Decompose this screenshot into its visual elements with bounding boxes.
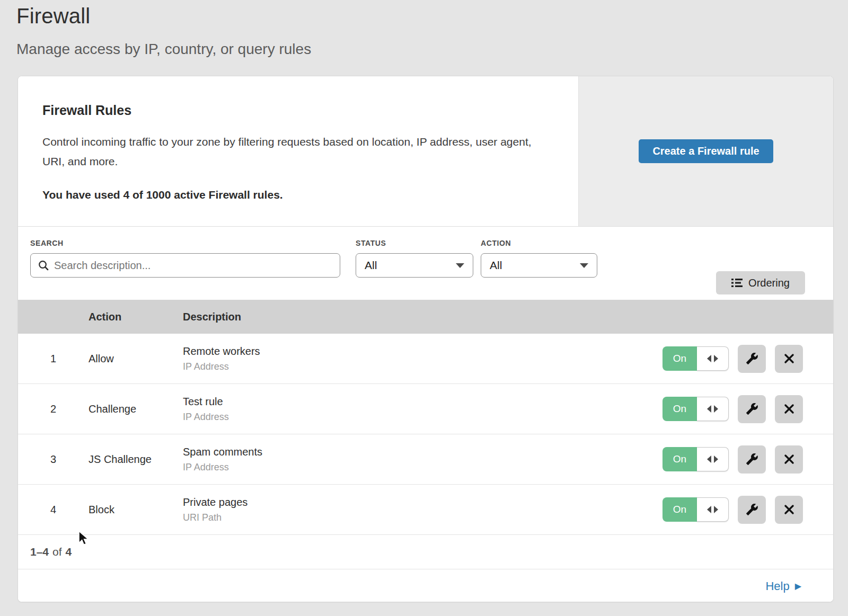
rule-description: Test rule [183,396,662,408]
action-filter-group: ACTION All [481,239,597,300]
overview-description: Control incoming traffic to your zone by… [42,132,543,171]
status-label: STATUS [356,239,473,247]
rule-match-type: IP Address [183,462,662,473]
drag-arrows-icon [714,355,718,362]
search-filter-group: SEARCH [30,239,340,300]
wrench-icon [746,453,758,466]
overview-title: Firewall Rules [42,103,546,118]
toggle-knob[interactable] [697,346,729,371]
rule-controls: On [662,445,833,474]
rule-description-cell: Spam comments IP Address [183,446,662,473]
chevron-down-icon [580,263,588,268]
overview-section: Firewall Rules Control incoming traffic … [18,76,833,227]
drag-arrows-icon [714,506,718,513]
search-input[interactable] [54,260,332,272]
drag-arrows-icon [714,456,718,463]
edit-rule-button[interactable] [738,395,766,423]
action-label: ACTION [481,239,597,247]
drag-arrows-icon [707,355,711,362]
delete-rule-button[interactable] [775,395,803,423]
status-selected-value: All [365,259,377,272]
toggle-on-label: On [662,346,697,371]
ordered-list-icon [731,278,743,288]
rule-match-type: IP Address [183,412,662,423]
close-icon [783,504,795,515]
rule-description: Remote workers [183,345,662,358]
rule-controls: On [662,345,833,373]
rule-match-type: IP Address [183,361,662,372]
rule-controls: On [662,496,833,524]
delete-rule-button[interactable] [775,445,803,474]
rule-action: Block [89,504,183,516]
edit-rule-button[interactable] [738,345,766,373]
search-label: SEARCH [30,239,340,247]
pagination-of: of [52,546,62,558]
description-column-header: Description [183,311,663,323]
firewall-rules-card: Firewall Rules Control incoming traffic … [17,76,834,602]
table-row: 4 Block Private pages URI Path On [18,485,833,535]
toggle-knob[interactable] [697,497,729,522]
rule-description: Spam comments [183,446,662,458]
delete-rule-button[interactable] [775,345,803,373]
rule-priority: 2 [18,403,89,415]
rule-match-type: URI Path [183,512,662,523]
rule-description-cell: Test rule IP Address [183,396,662,423]
rule-toggle[interactable]: On [662,447,729,471]
create-rule-panel: Create a Firewall rule [578,76,833,226]
table-row: 3 JS Challenge Spam comments IP Address … [18,434,833,485]
wrench-icon [746,352,758,365]
rule-action: Allow [89,353,183,365]
toggle-knob[interactable] [697,447,729,471]
rule-description: Private pages [183,496,662,508]
action-selected-value: All [490,259,502,272]
table-row: 2 Challenge Test rule IP Address On [18,384,833,434]
rule-priority: 1 [18,353,89,365]
wrench-icon [746,503,758,516]
rule-priority: 3 [18,453,89,466]
status-filter-group: STATUS All [356,239,473,300]
close-icon [783,453,795,465]
pagination-total: 4 [66,546,72,558]
search-icon [38,260,49,271]
close-icon [783,403,795,415]
search-box [30,253,340,278]
rule-description-cell: Remote workers IP Address [183,345,662,372]
edit-rule-button[interactable] [738,496,766,524]
drag-arrows-icon [707,456,711,463]
table-row: 1 Allow Remote workers IP Address On [18,334,833,384]
toggle-knob[interactable] [697,397,729,421]
help-row: Help ▶ [18,569,833,602]
drag-arrows-icon [707,506,711,513]
rule-toggle[interactable]: On [662,397,729,421]
ordering-button[interactable]: Ordering [716,271,805,294]
rules-usage-text: You have used 4 of 1000 active Firewall … [42,189,546,201]
help-link[interactable]: Help ▶ [765,579,801,593]
arrow-right-icon: ▶ [795,582,801,591]
wrench-icon [746,403,758,415]
page-header: Firewall Manage access by IP, country, o… [0,0,848,58]
help-link-label: Help [765,579,789,593]
rule-action: Challenge [89,403,183,415]
status-select[interactable]: All [356,253,473,278]
action-select[interactable]: All [481,253,597,278]
delete-rule-button[interactable] [775,496,803,524]
rule-description-cell: Private pages URI Path [183,496,662,523]
action-column-header: Action [89,311,183,323]
edit-rule-button[interactable] [738,445,766,474]
drag-arrows-icon [714,405,718,413]
toggle-on-label: On [662,497,697,522]
rule-toggle[interactable]: On [662,346,729,371]
toggle-on-label: On [662,447,697,471]
close-icon [783,353,795,364]
table-header: Action Description [18,300,833,334]
pagination: 1–4 of 4 [18,535,833,569]
overview-info-panel: Firewall Rules Control incoming traffic … [18,76,578,226]
rule-toggle[interactable]: On [662,497,729,522]
drag-arrows-icon [707,405,711,413]
rule-priority: 4 [18,504,89,516]
filter-bar: SEARCH STATUS All ACTION All [18,227,833,300]
pagination-range: 1–4 [30,546,49,558]
rule-action: JS Challenge [89,453,183,466]
create-firewall-rule-button[interactable]: Create a Firewall rule [639,139,773,163]
chevron-down-icon [456,263,464,268]
